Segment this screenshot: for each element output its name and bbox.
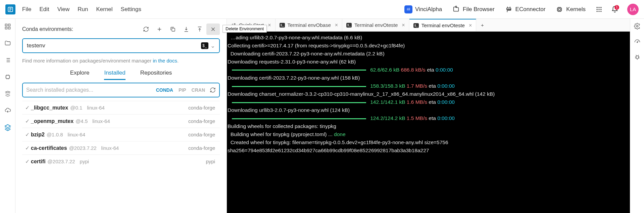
svg-point-11 (597, 11, 598, 12)
menu-edit[interactable]: Edit (39, 6, 49, 13)
import-env-button[interactable] (180, 24, 193, 35)
menubar: FileEditViewRunKernelSettings ılıl Vinci… (0, 0, 644, 19)
terminal-open-icon[interactable]: $_ (201, 42, 208, 49)
menu-view[interactable]: View (57, 6, 70, 13)
tab-repositories[interactable]: Repositories (140, 67, 172, 80)
package-row[interactable]: ✓bzip2@1.0.8linux-64conda-forge (22, 128, 220, 141)
delete-env-button[interactable] (206, 24, 220, 35)
package-search-row: CONDA PIP CRAN (22, 83, 220, 97)
conda-panel-title: Conda environments: (22, 26, 73, 32)
shortcut-econnector[interactable]: EConnector (505, 5, 546, 13)
shortcut-label: VinciAlpha (415, 6, 442, 13)
package-version: @4.5 (76, 118, 88, 124)
left-rail (0, 19, 15, 213)
shortcut-label: EConnector (515, 6, 546, 13)
package-arch: pypi (80, 159, 89, 164)
layers-icon[interactable] (4, 124, 11, 131)
check-icon: ✓ (23, 158, 31, 165)
terminal-output[interactable]: …ading urllib3-2.0.7-py3-none-any.whl.me… (227, 32, 630, 213)
stack-icon[interactable] (4, 90, 11, 97)
shortcut-file-browser[interactable]: File Browser (452, 5, 494, 13)
package-channel: pypi (206, 159, 218, 164)
kernels-icon (555, 5, 563, 13)
env-selector[interactable]: testenv $_ ⌄ (22, 38, 220, 53)
package-version: @2023.7.22 (48, 159, 75, 164)
chip-icon[interactable] (4, 73, 11, 81)
package-channel: conda-forge (188, 118, 218, 124)
new-tab-button[interactable]: + (476, 19, 488, 31)
package-name: ca-certificates (31, 145, 67, 151)
filter-pip[interactable]: PIP (179, 87, 186, 93)
filter-conda[interactable]: CONDA (156, 87, 173, 93)
package-name: _libgcc_mutex (31, 105, 68, 111)
menu-file[interactable]: File (22, 6, 31, 13)
package-version: @2023.7.22 (69, 145, 97, 151)
svg-point-12 (598, 11, 599, 12)
package-row[interactable]: ✓_libgcc_mutex@0.1linux-64conda-forge (22, 101, 220, 114)
shortcut-vincialpha[interactable]: ılıl VinciAlpha (404, 5, 442, 13)
cloud-download-icon[interactable] (4, 107, 11, 114)
svg-point-10 (600, 9, 601, 10)
svg-rect-22 (636, 56, 638, 59)
close-icon[interactable]: × (335, 22, 338, 28)
menu-kernel[interactable]: Kernel (96, 6, 112, 13)
package-row[interactable]: ✓ca-certificates@2023.7.22linux-64conda-… (22, 141, 220, 155)
folder-icon[interactable] (4, 40, 11, 47)
package-channel: conda-forge (188, 132, 218, 137)
tab-label: Terminal envOteste (422, 23, 465, 28)
launcher-icon[interactable] (4, 23, 11, 30)
package-version: @0.1 (70, 105, 82, 111)
refresh-packages-button[interactable] (210, 87, 216, 93)
list-icon[interactable] (4, 56, 11, 64)
gear-icon[interactable] (634, 23, 641, 30)
package-row[interactable]: ✓_openmp_mutex@4.5linux-64conda-forge (22, 114, 220, 128)
package-row[interactable]: ✓certifi@2023.7.22pypipypi (22, 155, 220, 168)
econnector-icon (505, 5, 513, 13)
notifications-button[interactable]: 1 (611, 6, 618, 13)
menu-items: FileEditViewRunKernelSettings (22, 6, 141, 13)
tabbar: Quick Start×$_Terminal envObase×$_Termin… (227, 19, 630, 32)
svg-point-20 (636, 26, 638, 27)
tab-term-envoteste2[interactable]: $_Terminal envOteste× (409, 19, 477, 31)
close-icon[interactable]: × (402, 22, 405, 28)
svg-point-7 (600, 7, 601, 8)
notifications-badge: 1 (614, 5, 619, 10)
svg-rect-17 (8, 27, 10, 29)
tab-installed[interactable]: Installed (104, 67, 125, 80)
bug-icon[interactable] (634, 54, 641, 60)
tab-term-envobase[interactable]: $_Terminal envObase× (276, 19, 343, 31)
package-version: @1.0.8 (47, 132, 63, 137)
shortcut-label: Kernels (566, 6, 586, 13)
menu-settings[interactable]: Settings (121, 6, 141, 13)
delete-env-tooltip: Delete Environment (222, 25, 267, 33)
apps-grid-icon[interactable] (596, 6, 602, 13)
check-icon: ✓ (23, 118, 31, 124)
close-icon[interactable]: × (469, 23, 472, 29)
terminal-icon: $_ (346, 23, 352, 28)
gauge-icon[interactable] (634, 38, 641, 45)
avatar[interactable]: LA (627, 4, 639, 15)
export-env-button[interactable] (193, 24, 206, 35)
svg-rect-2 (506, 8, 511, 10)
docs-link[interactable]: in the docs (153, 58, 177, 63)
app-logo[interactable] (5, 4, 15, 14)
tab-term-envoteste1[interactable]: $_Terminal envOteste× (342, 19, 409, 31)
menu-run[interactable]: Run (78, 6, 88, 13)
tab-explore[interactable]: Explore (70, 67, 90, 80)
clone-env-button[interactable] (166, 24, 180, 35)
filter-cran[interactable]: CRAN (192, 87, 205, 93)
package-tabs: Explore Installed Repositories (22, 67, 220, 80)
package-arch: linux-64 (92, 118, 110, 124)
env-selector-value: testenv (27, 42, 45, 49)
svg-rect-14 (5, 24, 7, 26)
terminal-icon: $_ (413, 23, 419, 28)
package-arch: linux-64 (101, 145, 119, 151)
right-rail (630, 19, 644, 213)
package-search-input[interactable] (26, 87, 153, 93)
close-icon[interactable]: × (268, 22, 271, 28)
add-env-button[interactable] (153, 24, 166, 35)
shortcut-kernels[interactable]: Kernels (555, 5, 586, 13)
refresh-env-button[interactable] (139, 24, 153, 35)
shortcut-label: File Browser (463, 6, 494, 13)
conda-panel: Conda environments: Delete Environment t… (15, 19, 227, 213)
